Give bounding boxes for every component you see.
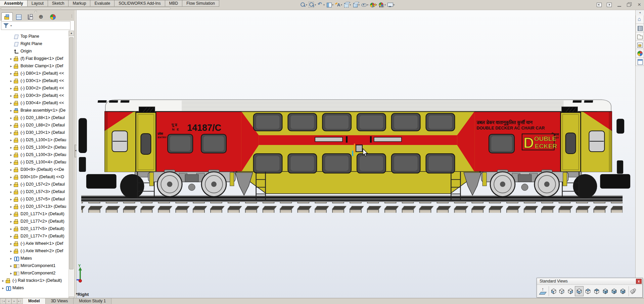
window-control-button[interactable]	[616, 1, 623, 8]
command-tab[interactable]: Markup	[68, 0, 90, 7]
tree-item[interactable]: (-) Rail tracks<1> (Default)	[0, 277, 68, 284]
panel-tab[interactable]	[24, 12, 36, 21]
expand-arrow-icon[interactable]	[9, 264, 13, 268]
tree-item[interactable]: Mates	[0, 284, 68, 292]
standard-view-button[interactable]	[584, 286, 592, 296]
tree-item[interactable]: (-) D20_L57<13> (Defau	[0, 203, 68, 210]
tree-item[interactable]: Origin	[0, 47, 68, 55]
bogie-left[interactable]	[148, 170, 235, 197]
task-pane-button[interactable]	[636, 15, 644, 24]
tab-nav-button[interactable]	[11, 298, 17, 304]
expand-arrow-icon[interactable]	[9, 131, 13, 135]
panel-grip[interactable]	[0, 10, 75, 12]
expand-arrow-icon[interactable]	[9, 197, 13, 201]
expand-arrow-icon[interactable]	[9, 72, 13, 75]
tree-item[interactable]: (-) D30<1> (Default) <<	[0, 77, 68, 84]
panel-tab[interactable]	[36, 12, 47, 21]
tree-item[interactable]: (-) Axle Wheel<2> (Def	[0, 247, 68, 255]
tree-item[interactable]: (-) D20_L57<2> (Defaul	[0, 181, 68, 188]
study-tab[interactable]: Motion Study 1	[74, 298, 111, 304]
standard-view-button[interactable]	[566, 286, 575, 296]
window-control-button[interactable]	[596, 1, 602, 8]
window-control-button[interactable]	[636, 1, 643, 8]
expand-arrow-icon[interactable]	[9, 212, 13, 216]
tree-item[interactable]: Right Plane	[0, 40, 68, 47]
expand-arrow-icon[interactable]	[9, 249, 13, 253]
expand-arrow-icon[interactable]	[9, 86, 13, 90]
heads-up-button[interactable]: ▾	[378, 1, 386, 8]
scrollbar-thumb[interactable]	[69, 37, 74, 269]
tree-item[interactable]: Bolster Clamp<1> (Def	[0, 62, 68, 70]
tree-item[interactable]: Top Plane	[0, 33, 68, 40]
expand-arrow-icon[interactable]	[9, 190, 13, 194]
tree-item[interactable]: (-) D25_L100<4> (Defau	[0, 158, 68, 166]
expand-arrow-icon[interactable]	[9, 168, 13, 172]
chevron-down-icon[interactable]: ▾	[10, 24, 12, 27]
tree-item[interactable]: D20_L177<5> (Default)	[0, 225, 68, 232]
expand-arrow-icon[interactable]	[9, 57, 13, 61]
expand-arrow-icon[interactable]	[9, 123, 13, 127]
expand-arrow-icon[interactable]	[9, 220, 13, 223]
study-tab[interactable]: 3D Views	[46, 298, 74, 304]
standard-view-button[interactable]	[618, 286, 627, 296]
expand-arrow-icon[interactable]	[9, 153, 13, 157]
task-pane-button[interactable]	[636, 24, 644, 32]
standard-view-button[interactable]	[557, 286, 566, 296]
command-tab[interactable]: Evaluate	[90, 0, 114, 7]
scroll-up-icon[interactable]: ▲	[69, 31, 74, 36]
expand-arrow-icon[interactable]	[9, 146, 13, 149]
tree-item[interactable]: (-) D20_L57<3> (Defaul	[0, 188, 68, 195]
expand-arrow-icon[interactable]	[1, 286, 5, 290]
tree-item[interactable]: (-) D30<3> (Default) <<	[0, 92, 68, 99]
heads-up-button[interactable]: ▾	[317, 1, 325, 8]
tree-item[interactable]: (-) D25_L100<3> (Defau	[0, 151, 68, 158]
expand-arrow-icon[interactable]	[9, 116, 13, 120]
expand-arrow-icon[interactable]	[9, 227, 13, 231]
standard-view-button[interactable]	[575, 286, 584, 296]
expand-arrow-icon[interactable]	[9, 79, 13, 83]
tree-item[interactable]: MirrorComponent2	[0, 269, 68, 277]
expand-arrow-icon[interactable]	[9, 242, 13, 245]
heads-up-button[interactable]: ▾	[370, 1, 378, 8]
tree-item[interactable]: (-) D30<4> (Default) <<	[0, 99, 68, 107]
expand-arrow-icon[interactable]	[9, 271, 13, 275]
expand-arrow-icon[interactable]	[9, 183, 13, 186]
tree-item[interactable]: (-) D25_L100<1> (Defau	[0, 136, 68, 144]
panel-tab[interactable]	[1, 12, 13, 21]
tree-vertical-scrollbar[interactable]: ▲ ▼	[68, 31, 74, 302]
tree-item[interactable]: (-) Axle Wheel<1> (Def	[0, 240, 68, 247]
standard-view-button[interactable]	[629, 286, 637, 296]
heads-up-button[interactable]: ▾	[326, 1, 334, 8]
tree-item[interactable]: (-) D25_L100<2> (Defau	[0, 144, 68, 151]
panel-tab[interactable]	[13, 12, 24, 21]
tab-nav-button[interactable]	[6, 298, 11, 304]
panel-tab[interactable]	[47, 12, 58, 21]
tab-nav-button[interactable]	[0, 298, 6, 304]
command-tab[interactable]: MBD	[165, 0, 183, 7]
window-control-button[interactable]	[626, 1, 633, 8]
double-decker-coach[interactable]: पू उ N E 14187/C प्रवेश ENTRY डबल डेकर व…	[79, 100, 630, 199]
tree-item[interactable]: (-) D80<1> (Default) <<	[0, 70, 68, 77]
standard-view-button[interactable]	[601, 286, 610, 296]
task-pane-collapse-icon[interactable]: ◂	[636, 11, 644, 15]
tree-item[interactable]: Brake assembly<1> (De	[0, 107, 68, 114]
model-view[interactable]: पू उ N E 14187/C प्रवेश ENTRY डबल डेकर व…	[77, 10, 635, 298]
tree-item[interactable]: (-) D20_L88<2> (Defaul	[0, 121, 68, 129]
task-pane-button[interactable]	[636, 32, 644, 41]
heads-up-button[interactable]: ▾	[387, 1, 395, 8]
expand-arrow-icon[interactable]	[9, 138, 13, 142]
tree-item[interactable]: MirrorComponent1	[0, 262, 68, 269]
expand-arrow-icon[interactable]	[9, 257, 13, 260]
tree-item[interactable]: D30<10> (Default) <<D	[0, 173, 68, 181]
tree-item[interactable]: D30<9> (Default) <<De	[0, 166, 68, 173]
expand-arrow-icon[interactable]	[9, 109, 13, 112]
standard-view-button[interactable]	[539, 286, 547, 296]
heads-up-button[interactable]: ▾	[352, 1, 360, 8]
expand-arrow-icon[interactable]	[9, 205, 13, 208]
tree-item[interactable]: D20_L177<1> (Default)	[0, 210, 68, 218]
bogie-right[interactable]	[481, 170, 568, 197]
tree-item[interactable]: D20_L177<2> (Default)	[0, 218, 68, 225]
tree-item[interactable]: (-) D20_L57<5> (Defaul	[0, 195, 68, 203]
filter-funnel-icon[interactable]	[3, 23, 10, 29]
expand-arrow-icon[interactable]	[9, 175, 13, 179]
